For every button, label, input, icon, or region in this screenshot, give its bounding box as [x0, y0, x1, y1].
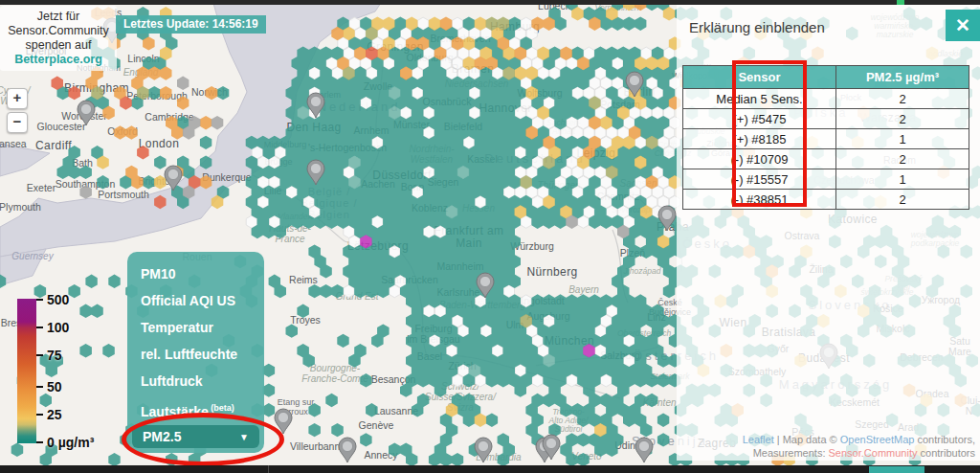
legend-tick — [36, 386, 43, 388]
value-column-header: PM2.5 µg/m³ — [836, 66, 969, 89]
panel-title: Erklärung einblenden — [689, 19, 825, 35]
top-green-indicator — [897, 0, 904, 5]
leaflet-link[interactable]: Leaflet — [743, 434, 774, 445]
attribution-text: | Map data © — [774, 434, 840, 445]
sensor-community-link[interactable]: Sensor.Community — [829, 447, 918, 459]
sensor-id-cell: (-) #10709 — [683, 149, 836, 169]
table-row: (-) #155571 — [683, 169, 969, 190]
layer-option-pm10[interactable]: PM10 — [127, 260, 264, 287]
legend-tick-label: 500 — [47, 292, 69, 307]
legend-gradient-bar — [17, 299, 36, 443]
donation-line: Sensor.Community — [2, 24, 115, 38]
last-update-badge: Letztes Update: 14:56:19 — [116, 15, 266, 34]
betterplace-link[interactable]: Betterplace.org — [2, 53, 115, 67]
layer-option-temperatur[interactable]: Temperatur — [127, 314, 264, 341]
legend-tick-label: 25 — [47, 407, 62, 422]
bottom-teal-chip — [869, 466, 924, 473]
table-row: (+) #81851 — [683, 129, 969, 149]
close-icon: ✕ — [955, 14, 970, 36]
table-row: (-) #107092 — [683, 149, 969, 169]
legend-tick — [36, 354, 43, 356]
browser-chrome-bottom — [0, 465, 980, 473]
table-header-row: SensorPM2.5 µg/m³ — [683, 66, 969, 89]
value-cell: 2 — [836, 109, 969, 129]
zoom-controls: + − — [7, 88, 28, 136]
layer-option-luftdruck[interactable]: Luftdruck — [127, 368, 264, 394]
donation-box: Jetzt für Sensor.Community spenden auf B… — [0, 6, 117, 71]
map-attribution: Leaflet | Map data © OpenStreetMap contr… — [743, 433, 975, 460]
attribution-text: Measurements: — [753, 447, 829, 459]
legend-tick — [36, 327, 43, 328]
sensor-cluster-pin[interactable] — [635, 438, 653, 462]
table-row: Median 5 Sens.2 — [683, 89, 969, 109]
value-cell: 2 — [836, 149, 969, 169]
table-row: (+) #54752 — [683, 109, 969, 129]
openstreetmap-link[interactable]: OpenStreetMap — [840, 434, 915, 445]
legend-tick-label: 50 — [47, 379, 62, 394]
legend-tick-label: 0 µg/m³ — [47, 435, 94, 450]
value-cell: 1 — [836, 129, 969, 149]
attribution-text: contributors — [917, 447, 975, 459]
selected-layer-dropdown[interactable]: PM2.5 ▼ — [132, 425, 259, 448]
sensor-id-cell: Median 5 Sens. — [683, 89, 836, 109]
layer-menu: PM10Official AQI USTemperaturrel. Luftfe… — [127, 252, 264, 453]
zoom-in-button[interactable]: + — [7, 88, 28, 109]
sensor-column-header: Sensor — [683, 66, 836, 89]
app-window: LeedsHullLiverpoolLincolnNottinghamEngla… — [0, 0, 980, 473]
beta-tag: (beta) — [209, 403, 234, 413]
legend-tick-label: 75 — [47, 348, 62, 363]
table-row: (-) #388512 — [683, 190, 969, 210]
sensor-id-cell: (-) #38851 — [683, 190, 836, 210]
color-scale-legend: 5001007550250 µg/m³ — [17, 299, 132, 447]
legend-tick — [36, 299, 43, 301]
sensor-cluster-pin[interactable] — [78, 101, 95, 125]
sensor-cluster-pin[interactable] — [339, 438, 356, 462]
legend-tick — [36, 414, 43, 416]
layer-option-lautst-rke[interactable]: Lautstärke (beta) — [127, 394, 264, 421]
sensor-cluster-pin[interactable] — [275, 409, 292, 434]
browser-chrome-top — [0, 0, 980, 5]
bottom-bar-divider — [268, 465, 269, 473]
value-cell: 1 — [836, 169, 969, 190]
sensor-cluster-pin[interactable] — [475, 438, 492, 462]
zoom-out-button[interactable]: − — [7, 112, 28, 133]
selected-layer-label: PM2.5 — [143, 429, 181, 444]
attribution-text: contributors, — [914, 434, 975, 445]
chevron-down-icon: ▼ — [239, 432, 249, 442]
donation-line: Jetzt für — [2, 10, 115, 24]
legend-tick — [36, 441, 43, 443]
sensor-id-cell: (+) #5475 — [683, 109, 836, 129]
layer-option-rel-luftfeuchte[interactable]: rel. Luftfeuchte — [127, 341, 264, 368]
sensor-table: SensorPM2.5 µg/m³ Median 5 Sens.2(+) #54… — [682, 65, 969, 210]
layer-option-official-aqi-us[interactable]: Official AQI US — [127, 287, 264, 314]
value-cell: 2 — [836, 190, 969, 210]
sensor-id-cell: (+) #8185 — [683, 129, 836, 149]
sensor-id-cell: (-) #15557 — [683, 169, 836, 190]
legend-tick-label: 100 — [47, 320, 69, 335]
layer-menu-items: PM10Official AQI USTemperaturrel. Luftfe… — [127, 260, 264, 421]
value-cell: 2 — [836, 89, 969, 109]
donation-line: spenden auf — [2, 38, 115, 53]
close-button[interactable]: ✕ — [946, 10, 980, 41]
